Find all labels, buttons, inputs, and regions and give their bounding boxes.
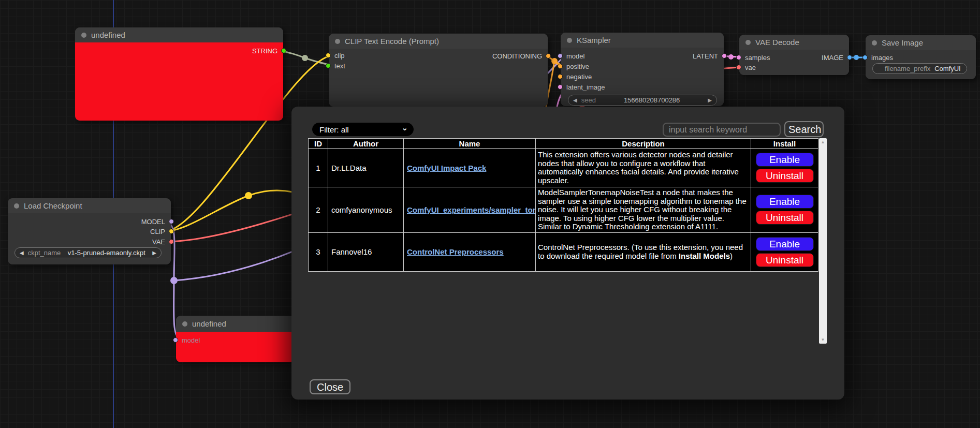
increment-arrow-icon[interactable]: ▶ (708, 98, 712, 103)
header-name: Name (404, 139, 536, 149)
node-load-checkpoint[interactable]: Load Checkpoint MODEL CLIP VAE ◀ ckpt_na… (8, 198, 171, 264)
input-slot-latent-image[interactable] (558, 84, 563, 90)
node-title: undefined (192, 319, 226, 328)
input-label: images (871, 54, 893, 62)
output-slot-model[interactable] (169, 219, 174, 224)
reroute-dot[interactable] (551, 58, 558, 64)
node-undefined-top[interactable]: undefined STRING (75, 27, 283, 121)
seed-widget[interactable]: ◀ seed 156680208700286 ▶ (568, 95, 717, 106)
cell-install: Enable Uninstall (751, 149, 818, 187)
reroute-dot[interactable] (245, 192, 252, 199)
node-save-image[interactable]: Save Image images filename_prefix ComfyU… (866, 35, 976, 79)
input-slot-model[interactable] (558, 53, 563, 58)
increment-arrow-icon[interactable]: ▶ (152, 250, 156, 256)
cell-author: comfyanonymous (328, 187, 404, 233)
reroute-dot[interactable] (302, 55, 308, 61)
collapse-dot[interactable] (14, 203, 19, 209)
input-slot-samples[interactable] (736, 55, 741, 60)
enable-button[interactable]: Enable (756, 153, 814, 167)
search-button[interactable]: Search (784, 121, 824, 137)
node-undefined-bottom[interactable]: undefined model (176, 316, 294, 362)
header-id: ID (309, 139, 328, 149)
cell-description: This extension offers various detector n… (536, 149, 751, 187)
collapse-dot[interactable] (745, 40, 751, 45)
cell-install: Enable Uninstall (751, 187, 818, 233)
input-slot-images[interactable] (862, 55, 868, 60)
output-slot-latent[interactable] (722, 53, 727, 58)
header-description: Description (536, 139, 751, 149)
node-ksampler[interactable]: KSampler model positive negative latent_… (561, 33, 724, 106)
output-label: LATENT (693, 52, 718, 60)
widget-value: v1-5-pruned-emaonly.ckpt (65, 249, 148, 257)
extension-manager-dialog: Filter: all ⌄ Search ID Author Name Desc… (291, 107, 844, 400)
input-slot-text[interactable] (326, 63, 331, 68)
input-label: negative (566, 73, 592, 81)
scroll-up-icon[interactable]: ▲ (821, 138, 825, 146)
output-slot-clip[interactable] (169, 229, 174, 234)
input-slot-negative[interactable] (558, 74, 563, 79)
uninstall-button[interactable]: Uninstall (756, 253, 814, 267)
cell-author: Fannovel16 (328, 232, 404, 271)
output-slot-vae[interactable] (169, 239, 174, 244)
comfyui-canvas[interactable]: undefined STRING CLIP Text Encode (Promp… (0, 0, 980, 428)
search-input[interactable] (663, 123, 781, 137)
collapse-dot[interactable] (182, 321, 187, 327)
node-title: CLIP Text Encode (Prompt) (345, 37, 439, 46)
extensions-table: ID Author Name Description Install 1 Dr.… (308, 138, 818, 272)
output-label: CONDITIONING (492, 52, 542, 60)
input-slot-model[interactable] (173, 337, 178, 343)
widget-value: ComfyUI (934, 65, 966, 72)
ckpt-name-widget[interactable]: ◀ ckpt_name v1-5-pruned-emaonly.ckpt ▶ (14, 247, 162, 258)
filter-select[interactable]: Filter: all (312, 123, 414, 136)
reroute-dot[interactable] (170, 277, 178, 284)
collapse-dot[interactable] (872, 40, 877, 46)
output-slot-conditioning[interactable] (546, 53, 551, 58)
output-label: MODEL (141, 218, 165, 226)
extension-link[interactable]: ComfyUI Impact Pack (407, 164, 486, 172)
close-button[interactable]: Close (310, 379, 350, 394)
enable-button[interactable]: Enable (756, 237, 814, 251)
input-label: text (334, 62, 345, 70)
decrement-arrow-icon[interactable]: ◀ (573, 98, 577, 103)
node-vae-decode[interactable]: VAE Decode samples vae IMAGE (739, 35, 849, 75)
uninstall-button[interactable]: Uninstall (756, 211, 814, 225)
extension-link[interactable]: ControlNet Preprocessors (407, 247, 504, 256)
input-slot-clip[interactable] (326, 53, 331, 58)
widget-label: ckpt_name (28, 249, 61, 257)
widget-label: filename_prefix (877, 65, 930, 72)
input-slot-positive[interactable] (558, 64, 563, 69)
node-title: Save Image (882, 38, 923, 47)
cell-description: ModelSamplerTonemapNoiseTest a node that… (536, 187, 751, 233)
cell-install: Enable Uninstall (751, 232, 818, 271)
table-row: 2 comfyanonymous ComfyUI_experiments/sam… (309, 187, 818, 233)
uninstall-button[interactable]: Uninstall (756, 169, 814, 183)
collapse-dot[interactable] (81, 33, 86, 38)
output-slot-image[interactable] (847, 55, 852, 60)
cell-id: 2 (309, 187, 328, 233)
collapse-dot[interactable] (567, 38, 572, 43)
output-label: CLIP (150, 228, 165, 235)
node-clip-text-encode[interactable]: CLIP Text Encode (Prompt) clip text COND… (329, 34, 548, 107)
cell-id: 3 (309, 232, 328, 271)
input-label: model (182, 336, 200, 344)
node-title: Load Checkpoint (24, 201, 82, 210)
input-slot-vae[interactable] (736, 65, 741, 70)
table-scrollbar[interactable]: ▲ ▼ (819, 138, 827, 344)
output-slot-string[interactable] (281, 48, 286, 53)
cell-description: ControlNet Preprocessors. (To use this e… (536, 232, 751, 271)
output-label: STRING (252, 47, 277, 55)
reroute-dot[interactable] (728, 54, 734, 60)
cell-id: 1 (309, 149, 328, 187)
widget-label: seed (581, 96, 596, 104)
enable-button[interactable]: Enable (756, 195, 814, 209)
cell-author: Dr.Lt.Data (328, 149, 404, 187)
input-label: latent_image (566, 83, 605, 91)
extension-link[interactable]: ComfyUI_experiments/sampler_tonemap (407, 205, 536, 214)
filename-prefix-widget[interactable]: filename_prefix ComfyUI (872, 63, 967, 74)
reroute-dot[interactable] (854, 55, 859, 60)
node-title: KSampler (577, 36, 611, 45)
widget-value: 156680208700286 (600, 96, 704, 104)
collapse-dot[interactable] (335, 39, 340, 44)
decrement-arrow-icon[interactable]: ◀ (20, 250, 24, 256)
scroll-down-icon[interactable]: ▼ (821, 336, 825, 344)
